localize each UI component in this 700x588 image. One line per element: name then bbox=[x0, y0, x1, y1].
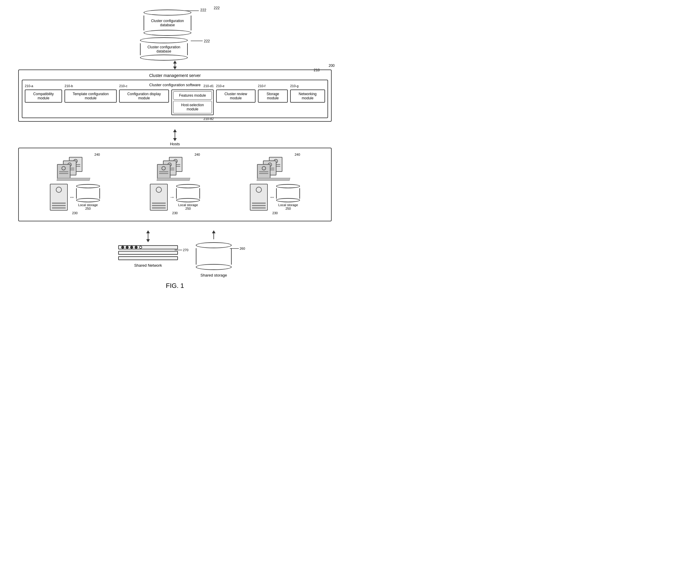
main-server-3 bbox=[250, 184, 268, 211]
cluster-mgmt-server-title: Cluster management server bbox=[22, 73, 328, 78]
networking-module: Networking module bbox=[290, 89, 325, 103]
local-storage-label-2: Local storage bbox=[176, 203, 200, 207]
compatibility-module: Compatibility module bbox=[25, 89, 62, 103]
arrow-to-local-1: ↔ bbox=[69, 194, 75, 200]
local-storage-label-1: Local storage bbox=[76, 203, 100, 207]
main-server-1 bbox=[50, 184, 68, 211]
ref-210d1: 210-d1 bbox=[203, 84, 214, 88]
shared-storage-group: 260 Shared storage bbox=[196, 230, 232, 277]
local-storage-2: Local storage 250 bbox=[176, 184, 200, 210]
shared-network-group: 270 Shared Network bbox=[118, 230, 178, 268]
server-storage-row-1: ↔ Local storage 250 bbox=[50, 184, 100, 211]
ref-210d2: 210-d2 bbox=[203, 117, 214, 121]
local-storage-3: Local storage 250 bbox=[276, 184, 300, 210]
arrow-to-local-3: ↔ bbox=[269, 194, 274, 200]
template-config-module: Template configuration module bbox=[64, 89, 117, 103]
network-to-hosts-arrow bbox=[146, 230, 150, 242]
cluster-config-db-label: Cluster configuration database bbox=[144, 19, 191, 27]
cluster-review-module: Cluster review module bbox=[216, 89, 255, 103]
ref-240-3: 240 bbox=[294, 153, 300, 156]
compatibility-module-wrapper: 210-a Compatibility module bbox=[25, 89, 62, 103]
ref-270: 270 bbox=[175, 248, 188, 252]
main-server-2 bbox=[150, 184, 168, 211]
ref-200: 200 bbox=[329, 64, 334, 68]
network-switch-illustration: 270 bbox=[118, 245, 178, 260]
ref-222: 222 bbox=[204, 39, 210, 43]
storage-module-label: Storage module bbox=[266, 92, 279, 100]
template-config-wrapper: 210-b Template configuration module bbox=[64, 89, 117, 103]
diagram: 222 Cluster configuration database bbox=[11, 6, 339, 290]
cluster-review-module-label: Cluster review module bbox=[224, 92, 247, 100]
ref-250-2: 250 bbox=[176, 207, 200, 210]
modules-row: 210-a Compatibility module 210-b Templat… bbox=[25, 89, 325, 115]
arrow-to-local-2: → bbox=[169, 194, 175, 200]
storage-module-wrapper: 210-f Storage module bbox=[258, 89, 288, 103]
hosts-label: Hosts bbox=[170, 142, 180, 146]
template-config-module-label: Template configuration module bbox=[73, 92, 109, 100]
bottom-section: 270 Shared Network bbox=[118, 230, 232, 277]
host-group-1: 240 bbox=[50, 153, 100, 215]
shared-storage-label: Shared storage bbox=[201, 273, 227, 277]
shared-storage-cylinder: 260 bbox=[196, 242, 232, 270]
ref-222: 222 bbox=[214, 6, 220, 10]
cluster-config-database: Cluster configuration database bbox=[144, 10, 191, 36]
host-group-2: 240 bbox=[150, 153, 200, 215]
server-storage-row-2: → Local storage 250 bbox=[150, 184, 200, 211]
db-to-server-arrow bbox=[173, 61, 177, 70]
ref-250-1: 250 bbox=[76, 207, 100, 210]
networking-module-wrapper: 210-g Networking module bbox=[290, 89, 325, 103]
cluster-review-wrapper: 210-e Cluster review module bbox=[216, 89, 255, 103]
hosts-section: 240 bbox=[18, 148, 331, 227]
ref-210e: 210-e bbox=[216, 84, 224, 88]
figure-title: FIG. 1 bbox=[166, 282, 184, 290]
networking-module-label: Networking module bbox=[298, 92, 316, 100]
hosts-row: 240 bbox=[25, 153, 325, 215]
host-selection-module: Host-selection module bbox=[173, 101, 212, 113]
config-display-wrapper: 210-c Configuration display module bbox=[119, 89, 169, 103]
cluster-config-software-box: Cluster configuration software 210-a Com… bbox=[22, 80, 328, 118]
compatibility-module-label: Compatibility module bbox=[33, 92, 54, 100]
server-storage-row-3: ↔ Local storage 250 bbox=[250, 184, 300, 211]
features-module-label: Features module bbox=[179, 93, 206, 98]
config-display-module: Configuration display module bbox=[119, 89, 169, 103]
storage-to-hosts-arrow bbox=[212, 230, 215, 239]
ref-230-2: 230 bbox=[172, 211, 178, 215]
storage-module: Storage module bbox=[258, 89, 288, 103]
ref-260: 260 bbox=[230, 247, 245, 250]
ref-250-3: 250 bbox=[276, 207, 300, 210]
ref-210a: 210-a bbox=[25, 84, 33, 88]
ref-230-3: 230 bbox=[272, 211, 277, 215]
ref-210f: 210-f bbox=[258, 84, 265, 88]
ref-230-1: 230 bbox=[72, 211, 77, 215]
server-to-hosts-arrow bbox=[173, 129, 177, 141]
config-display-module-label: Configuration display module bbox=[127, 92, 161, 100]
local-storage-1: Local storage 250 bbox=[76, 184, 100, 210]
shared-network-label: Shared Network bbox=[134, 263, 162, 268]
ref-240-2: 240 bbox=[195, 153, 200, 156]
stacked-d-wrapper: 210-d1 210-d2 Features module Host-selec… bbox=[171, 89, 214, 115]
host-selection-module-label: Host-selection module bbox=[181, 103, 204, 111]
ref-240-1: 240 bbox=[94, 153, 100, 156]
servers-stack-3 bbox=[257, 157, 293, 181]
servers-stack-2 bbox=[157, 157, 193, 181]
hosts-arrow-section: Hosts bbox=[170, 129, 180, 146]
cluster-mgmt-server-box: Cluster management server Cluster config… bbox=[18, 70, 331, 122]
host-group-3: 240 bbox=[250, 153, 300, 215]
ref-210c: 210-c bbox=[119, 84, 127, 88]
db-label: Cluster configuration database bbox=[141, 45, 187, 53]
servers-stack-1 bbox=[57, 157, 93, 181]
ref-210b: 210-b bbox=[64, 84, 73, 88]
ref-210g: 210-g bbox=[290, 84, 298, 88]
cluster-config-database: Cluster configuration database bbox=[140, 37, 188, 61]
features-module: Features module bbox=[173, 91, 212, 100]
local-storage-label-3: Local storage bbox=[276, 203, 300, 207]
hosts-box: 240 bbox=[18, 148, 331, 221]
top-section: 222 Cluster configuration database bbox=[11, 6, 339, 36]
